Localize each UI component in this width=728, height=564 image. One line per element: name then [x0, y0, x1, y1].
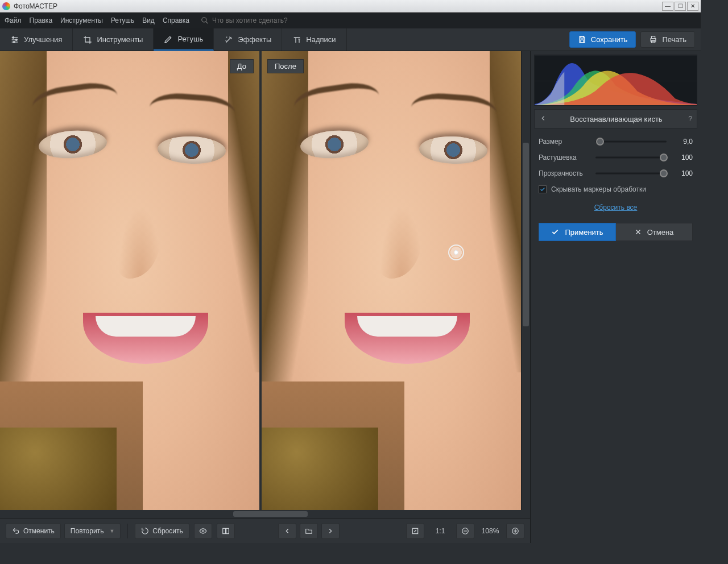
panel-title: Восстанавливающая кисть — [551, 115, 682, 123]
opacity-row: Прозрачность 100 — [539, 169, 693, 177]
tab-text-label: Надписи — [306, 35, 336, 44]
photo-after — [262, 51, 521, 510]
canvas-area: До После Отме — [0, 51, 530, 543]
save-button[interactable]: Сохранить — [569, 31, 636, 48]
compare-icon — [222, 527, 230, 535]
svg-point-6 — [15, 39, 17, 40]
tab-tools[interactable]: Инструменты — [73, 28, 154, 51]
back-button[interactable] — [539, 114, 551, 124]
svg-line-1 — [206, 22, 208, 24]
text-icon — [292, 35, 301, 44]
histogram[interactable] — [534, 55, 697, 106]
maximize-button[interactable]: ☐ — [675, 2, 686, 11]
plus-icon — [511, 527, 519, 535]
main: До После Отме — [0, 51, 701, 543]
menu-retouch[interactable]: Ретушь — [111, 16, 134, 24]
tab-enhance-label: Улучшения — [24, 35, 62, 44]
svg-point-7 — [13, 41, 15, 43]
print-button-label: Печать — [662, 35, 686, 44]
chevron-left-icon — [283, 527, 291, 535]
crop-icon — [83, 35, 92, 44]
preview-button[interactable] — [194, 523, 212, 539]
size-slider[interactable] — [595, 138, 667, 146]
app-title: ФотоМАСТЕР — [14, 2, 57, 10]
close-button[interactable]: ✕ — [687, 2, 698, 11]
vertical-scrollbar[interactable] — [521, 51, 530, 510]
panel-header: Восстанавливающая кисть ? — [534, 109, 697, 128]
nav-prev-button[interactable] — [278, 523, 296, 539]
print-button[interactable]: Печать — [640, 31, 695, 48]
bottom-toolbar: Отменить Повторить ▼ Сбросить — [0, 518, 530, 543]
chevron-left-icon — [539, 114, 547, 122]
feather-label: Растушевка — [539, 154, 590, 161]
reset-all-link[interactable]: Сбросить все — [539, 204, 693, 212]
opacity-slider[interactable] — [595, 169, 667, 177]
size-row: Размер 9,0 — [539, 138, 693, 146]
right-panel: Восстанавливающая кисть ? Размер 9,0 Рас… — [530, 51, 701, 543]
menu-search — [201, 16, 326, 24]
menu-help[interactable]: Справка — [163, 16, 189, 24]
svg-rect-9 — [581, 40, 584, 43]
tab-retouch[interactable]: Ретушь — [154, 28, 214, 51]
size-label: Размер — [539, 138, 590, 146]
menu-tools[interactable]: Инструменты — [60, 16, 103, 24]
save-icon — [578, 35, 586, 44]
after-pane[interactable]: После — [259, 51, 521, 510]
folder-icon — [305, 527, 313, 535]
svg-point-5 — [13, 36, 14, 38]
svg-rect-14 — [222, 528, 225, 533]
top-toolbar: Улучшения Инструменты Ретушь Эффекты Над… — [0, 28, 701, 51]
tab-enhance[interactable]: Улучшения — [0, 28, 73, 51]
zoom-11-label[interactable]: 1:1 — [428, 527, 453, 535]
panel-actions: Применить Отмена — [539, 223, 693, 241]
tab-effects[interactable]: Эффекты — [214, 28, 282, 51]
feather-slider[interactable] — [595, 154, 667, 161]
svg-rect-15 — [226, 528, 229, 533]
apply-button[interactable]: Применить — [539, 223, 616, 241]
feather-row: Растушевка 100 — [539, 154, 693, 161]
close-icon — [635, 229, 642, 235]
nav-next-button[interactable] — [321, 523, 340, 539]
open-folder-button[interactable] — [300, 523, 318, 539]
search-input[interactable] — [212, 16, 326, 24]
zoom-in-button[interactable] — [506, 523, 524, 539]
cancel-button[interactable]: Отмена — [616, 223, 693, 241]
check-icon — [540, 186, 545, 192]
redo-button[interactable]: Повторить ▼ — [64, 523, 121, 539]
print-icon — [649, 35, 657, 44]
menu-edit[interactable]: Правка — [30, 16, 53, 24]
fit-screen-button[interactable] — [406, 523, 424, 539]
horizontal-scrollbar[interactable] — [0, 510, 530, 518]
opacity-label: Прозрачность — [539, 169, 590, 177]
hide-markers-row: Скрывать маркеры обработки — [539, 185, 693, 193]
brush-icon — [164, 35, 173, 44]
redo-label: Повторить — [71, 527, 104, 535]
sliders-icon — [10, 35, 19, 44]
menu-bar: Файл Правка Инструменты Ретушь Вид Справ… — [0, 13, 701, 28]
reset-button[interactable]: Сбросить — [135, 523, 189, 539]
compare-button[interactable] — [217, 523, 235, 539]
panel-help-button[interactable]: ? — [682, 115, 692, 123]
tab-retouch-label: Ретушь — [177, 35, 203, 43]
cancel-label: Отмена — [647, 228, 674, 237]
undo-button[interactable]: Отменить — [6, 523, 61, 539]
title-bar: ФотоМАСТЕР — ☐ ✕ — [0, 0, 701, 13]
hide-markers-checkbox[interactable] — [539, 185, 547, 193]
app-logo-icon — [2, 2, 10, 10]
opacity-value: 100 — [672, 169, 693, 177]
zoom-value: 108% — [478, 527, 503, 535]
minus-icon — [461, 527, 469, 535]
apply-label: Применить — [565, 228, 603, 237]
svg-point-13 — [202, 530, 204, 532]
menu-view[interactable]: Вид — [142, 16, 155, 24]
hide-markers-label: Скрывать маркеры обработки — [551, 185, 646, 193]
svg-rect-8 — [581, 36, 584, 38]
menu-file[interactable]: Файл — [5, 16, 22, 24]
fit-icon — [411, 527, 419, 535]
before-badge: До — [230, 59, 254, 73]
before-pane[interactable]: До — [0, 51, 259, 510]
minimize-button[interactable]: — — [662, 2, 673, 11]
zoom-out-button[interactable] — [456, 523, 474, 539]
tab-text[interactable]: Надписи — [282, 28, 346, 51]
reset-icon — [141, 527, 149, 535]
